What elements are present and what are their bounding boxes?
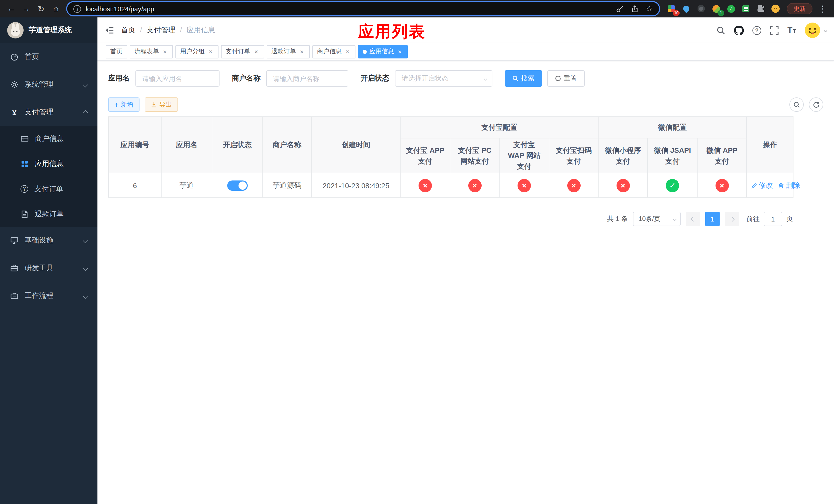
github-icon[interactable]	[734, 25, 744, 35]
monitor-icon	[10, 236, 19, 245]
browser-home-icon[interactable]	[49, 2, 63, 16]
col-header-alipay-wap: 支付宝 WAP 网站支付	[499, 138, 549, 173]
tag-close-icon[interactable]	[299, 48, 305, 55]
tag-app-info[interactable]: 应用信息	[358, 45, 408, 58]
sidebar-item-payment-orders[interactable]: 支付订单	[0, 176, 97, 202]
sidebar: 芋道管理系统 首页 系统管理 支付管理	[0, 18, 97, 504]
sidebar-item-workflow[interactable]: 工作流程	[0, 282, 97, 310]
col-header-created: 创建时间	[312, 117, 400, 173]
extension-dark-icon[interactable]	[696, 4, 706, 14]
user-avatar	[805, 23, 820, 38]
table-row: 6 芋道 芋道源码 2021-10-23 08:49:25 × × × × ×	[109, 173, 793, 198]
header-actions	[717, 23, 834, 38]
col-header-wx-jsapi: 微信 JSAPI 支付	[648, 138, 697, 173]
tag-payment-orders[interactable]: 支付订单	[221, 45, 264, 58]
tag-merchant-info[interactable]: 商户信息	[312, 45, 355, 58]
tag-user-group[interactable]: 用户分组	[175, 45, 219, 58]
site-info-icon[interactable]	[73, 5, 81, 13]
browser-forward-icon[interactable]	[19, 2, 33, 16]
status-toggle[interactable]	[227, 180, 247, 190]
prev-page-button[interactable]	[686, 212, 700, 226]
password-key-icon[interactable]	[616, 5, 623, 13]
page-number-1[interactable]: 1	[705, 212, 720, 226]
menu-label: 退款订单	[35, 209, 64, 219]
browser-menu-icon[interactable]	[815, 2, 830, 16]
breadcrumb-home[interactable]: 首页	[121, 26, 147, 35]
refresh-icon	[813, 101, 819, 108]
app-logo[interactable]: 芋道管理系统	[0, 18, 97, 43]
chevron-right-icon	[729, 216, 734, 222]
app-name-input[interactable]	[135, 70, 220, 87]
user-menu[interactable]	[805, 23, 827, 38]
extension-notes-icon[interactable]	[741, 4, 751, 14]
menu-label: 系统管理	[25, 80, 53, 89]
bookmark-star-icon[interactable]	[645, 5, 653, 13]
sidebar-item-system[interactable]: 系统管理	[0, 71, 97, 98]
annotation-overlay: 应用列表	[358, 21, 426, 43]
tag-close-icon[interactable]	[161, 48, 168, 55]
credit-card-icon	[21, 135, 29, 143]
page-size-select[interactable]: 10条/页	[633, 212, 681, 226]
tag-close-icon[interactable]	[253, 48, 260, 55]
sidebar-toggle-button[interactable]	[97, 18, 121, 43]
fullscreen-icon[interactable]	[770, 26, 778, 35]
search-button[interactable]: 搜索	[505, 70, 542, 87]
next-page-button[interactable]	[725, 212, 739, 226]
menu-label: 商户信息	[35, 134, 64, 143]
add-button[interactable]: 新增	[108, 97, 139, 112]
sidebar-item-merchant-info[interactable]: 商户信息	[0, 126, 97, 151]
export-button[interactable]: 导出	[145, 97, 178, 112]
tag-close-icon[interactable]	[207, 48, 214, 55]
wx-app-cell: ×	[697, 173, 747, 198]
breadcrumb-payment[interactable]: 支付管理	[147, 26, 187, 35]
wx-jsapi-status-icon: ✓	[666, 179, 679, 192]
tag-process-form[interactable]: 流程表单	[130, 45, 173, 58]
tag-close-icon[interactable]	[344, 48, 351, 55]
browser-profile-avatar[interactable]	[770, 4, 781, 14]
tag-refund-orders[interactable]: 退款订单	[267, 45, 310, 58]
search-icon[interactable]	[717, 26, 725, 35]
extension-drop-icon[interactable]	[681, 4, 692, 14]
group-header-wechat: 微信配置	[598, 117, 747, 138]
sidebar-item-refund-orders[interactable]: 退款订单	[0, 202, 97, 227]
url-bar[interactable]: localhost:1024/pay/app	[67, 2, 659, 15]
extension-badge: 10	[673, 10, 680, 16]
document-icon	[21, 210, 29, 218]
status-select-placeholder: 请选择开启状态	[402, 74, 448, 83]
browser-back-icon[interactable]	[4, 2, 19, 16]
extensions-menu-icon[interactable]	[755, 4, 766, 14]
sidebar-item-app-info[interactable]: 应用信息	[0, 151, 97, 176]
delete-link[interactable]: 删除	[778, 181, 800, 190]
edit-link[interactable]: 修改	[751, 181, 773, 190]
tag-home[interactable]: 首页	[106, 45, 127, 58]
extension-grid-icon[interactable]: 10	[666, 4, 677, 14]
sidebar-item-home[interactable]: 首页	[0, 43, 97, 71]
toggle-search-button[interactable]	[789, 97, 804, 112]
hamburger-icon	[105, 26, 114, 35]
sidebar-item-payment[interactable]: 支付管理	[0, 98, 97, 126]
chrome-update-button[interactable]: 更新	[787, 3, 812, 14]
alipay-app-status-icon: ×	[419, 179, 432, 192]
status-select[interactable]: 请选择开启状态	[395, 70, 492, 87]
chevron-down-icon	[83, 82, 88, 87]
help-icon[interactable]	[752, 26, 761, 35]
share-icon[interactable]	[631, 5, 638, 13]
group-header-alipay: 支付宝配置	[400, 117, 598, 138]
merchant-name-input[interactable]	[266, 70, 348, 87]
extension-green-icon[interactable]	[726, 4, 736, 14]
col-header-status: 开启状态	[212, 117, 262, 173]
reset-button[interactable]: 重置	[547, 70, 585, 87]
goto-page-input[interactable]	[764, 212, 782, 226]
tag-label: 用户分组	[180, 47, 205, 56]
alipay-pc-status-icon: ×	[468, 179, 481, 192]
sidebar-item-infrastructure[interactable]: 基础设施	[0, 227, 97, 254]
col-header-merchant: 商户名称	[262, 117, 312, 173]
menu-label: 基础设施	[25, 236, 53, 245]
refresh-button[interactable]	[809, 97, 823, 112]
sidebar-item-dev-tools[interactable]: 研发工具	[0, 254, 97, 282]
extension-avatar-icon[interactable]: 1	[711, 4, 721, 14]
browser-reload-icon[interactable]	[34, 2, 48, 16]
col-header-alipay-pc: 支付宝 PC 网站支付	[450, 138, 499, 173]
tag-close-icon[interactable]	[396, 48, 403, 55]
font-size-icon[interactable]	[787, 26, 796, 35]
